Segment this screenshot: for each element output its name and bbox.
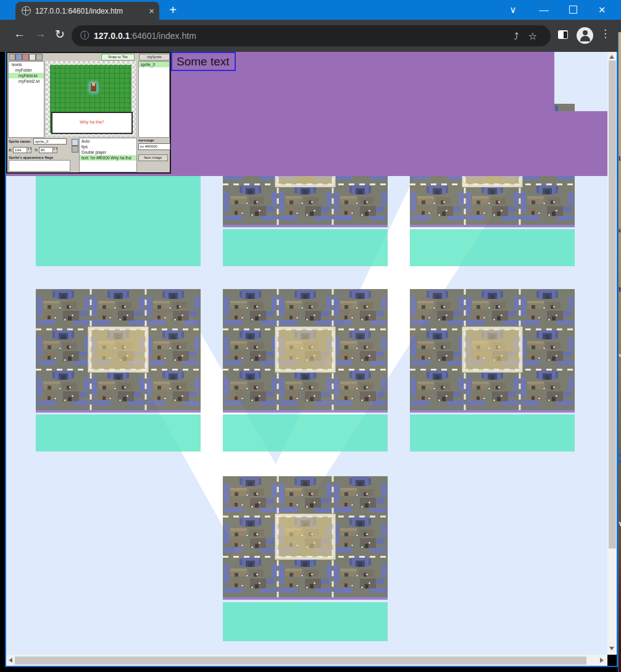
editor-toolbar-icon xyxy=(9,54,15,61)
vertical-scrollbar[interactable] xyxy=(607,52,617,655)
site-info-icon[interactable]: ⓘ xyxy=(80,30,89,41)
map-tile-cell xyxy=(223,289,388,452)
scroll-right-icon[interactable] xyxy=(600,658,604,663)
side-panel-icon[interactable] xyxy=(558,30,568,39)
teal-placeholder-box xyxy=(36,175,201,266)
x-input: 144 xyxy=(13,147,28,153)
editor-toolbar-icon xyxy=(22,54,29,61)
dungeon-map-image xyxy=(410,289,575,413)
editor-level-tree: levels myFolder myField.lvl myField2.lvl xyxy=(8,61,44,138)
sprite-name-input: sprite_0 xyxy=(33,138,67,145)
event-item: tips xyxy=(80,144,136,149)
window-border-left xyxy=(5,52,6,667)
event-item-selected: text: 'im #ff0000 Why ha tha' xyxy=(80,155,136,161)
profile-avatar[interactable] xyxy=(577,27,593,44)
bookmark-star-icon[interactable]: ☆ xyxy=(528,30,537,42)
vertical-scroll-thumb[interactable] xyxy=(609,61,616,548)
editor-screenshot-image: Snap to Tile cfgSprite levels myFolder m… xyxy=(6,52,171,174)
teal-caption-box xyxy=(410,229,575,266)
message-input: im #ff0000 xyxy=(138,143,170,150)
url-host: 127.0.0.1 xyxy=(94,31,130,41)
browser-tab[interactable]: 127.0.0.1:64601/index.htm × xyxy=(15,2,159,20)
y-label: Y: xyxy=(35,148,38,152)
forward-button[interactable]: → xyxy=(35,27,46,41)
background-window-sliver: ldhvW xyxy=(618,32,621,672)
dungeon-map-image xyxy=(36,289,201,413)
close-window-button[interactable]: × xyxy=(594,4,610,16)
tree-item: levels xyxy=(9,62,44,67)
teal-caption-box xyxy=(223,414,388,452)
sliver-letter: d xyxy=(619,226,621,233)
x-spinner: ▲▼ xyxy=(27,147,31,153)
teal-caption-box xyxy=(223,229,388,266)
new-tab-button[interactable]: + xyxy=(165,3,180,17)
scroll-down-icon[interactable] xyxy=(609,647,614,650)
tree-item: myField2.lvl xyxy=(9,78,44,84)
minimize-button[interactable]: — xyxy=(536,4,552,16)
message-label: message xyxy=(138,138,154,142)
dungeon-map-image xyxy=(223,476,388,600)
tab-search-chevron-icon[interactable]: ∨ xyxy=(505,4,521,16)
editor-sprite-list: sprite_0 xyxy=(138,61,170,138)
sliver-letter: W xyxy=(619,520,621,527)
maximize-button[interactable] xyxy=(569,6,577,14)
editor-event-list: Auto tips Double player text: 'im #ff000… xyxy=(79,138,137,172)
appearance-flags-box xyxy=(9,160,70,172)
x-label: X: xyxy=(9,148,12,152)
map-tile-cell xyxy=(36,289,201,452)
desktop-left-strip xyxy=(0,52,5,672)
tab-close-icon[interactable]: × xyxy=(144,6,159,16)
desktop-bottom-strip xyxy=(0,667,618,672)
sliver-blue-mark xyxy=(619,461,621,463)
appearance-flags-label: Sprite's appearance flags xyxy=(9,156,53,159)
y-input: 80 xyxy=(39,147,54,153)
editor-map-canvas: Why ha tha? xyxy=(46,61,136,136)
share-icon[interactable]: ⤴ xyxy=(514,31,519,41)
horizontal-scroll-thumb[interactable] xyxy=(15,657,586,665)
teal-caption-box xyxy=(223,602,388,641)
editor-tool-icon xyxy=(72,139,78,146)
editor-toolbar-icon xyxy=(15,54,22,61)
url-text: 127.0.0.1:64601/index.htm xyxy=(94,31,196,41)
sliver-letter: v xyxy=(619,351,621,358)
map-tile-cell xyxy=(410,289,575,452)
face-image-button: face image xyxy=(138,154,168,161)
url-path: :64601/index.htm xyxy=(130,31,196,41)
snap-to-tile-button: Snap to Tile xyxy=(101,54,135,61)
globe-favicon-icon xyxy=(22,6,31,15)
map-tile-cell xyxy=(223,476,388,641)
editor-toolbar-icon xyxy=(36,54,43,61)
teal-caption-box xyxy=(410,414,575,452)
dungeon-map-image xyxy=(223,289,388,413)
sliver-letter: l xyxy=(619,154,620,162)
address-bar[interactable]: ⓘ 127.0.0.1:64601/index.htm ⤴ ☆ xyxy=(72,25,551,46)
event-item: Auto xyxy=(80,138,136,144)
event-item: Double player xyxy=(80,149,136,155)
sprite-name-label: Sprite name: xyxy=(9,140,31,143)
sliver-letter: h xyxy=(619,285,621,293)
tree-item: myFolder xyxy=(9,67,44,73)
editor-dialog-preview: Why ha tha? xyxy=(51,112,133,134)
editor-tool-icon xyxy=(72,146,78,153)
y-spinner: ▲▼ xyxy=(52,147,57,153)
sliver-blue-mark xyxy=(619,455,621,456)
player-sprite xyxy=(91,83,96,91)
some-text-box[interactable]: Some text xyxy=(171,52,236,71)
tab-title: 127.0.0.1:64601/index.htm xyxy=(35,7,144,15)
cfg-sprite-button: cfgSprite xyxy=(139,54,170,61)
reload-button[interactable]: ↻ xyxy=(55,27,65,41)
sprite-list-item: sprite_0 xyxy=(139,62,169,67)
editor-toolbar-icon xyxy=(29,54,36,61)
horizontal-scrollbar[interactable] xyxy=(6,655,607,666)
browser-menu-icon[interactable]: ⋮ xyxy=(600,27,611,40)
scroll-up-icon[interactable] xyxy=(609,55,614,59)
back-button[interactable]: ← xyxy=(14,27,25,41)
scroll-left-icon[interactable] xyxy=(9,658,12,663)
sliver-blue-mark xyxy=(619,515,621,516)
tree-item-selected: myField.lvl xyxy=(9,73,44,78)
teal-caption-box xyxy=(36,414,201,452)
